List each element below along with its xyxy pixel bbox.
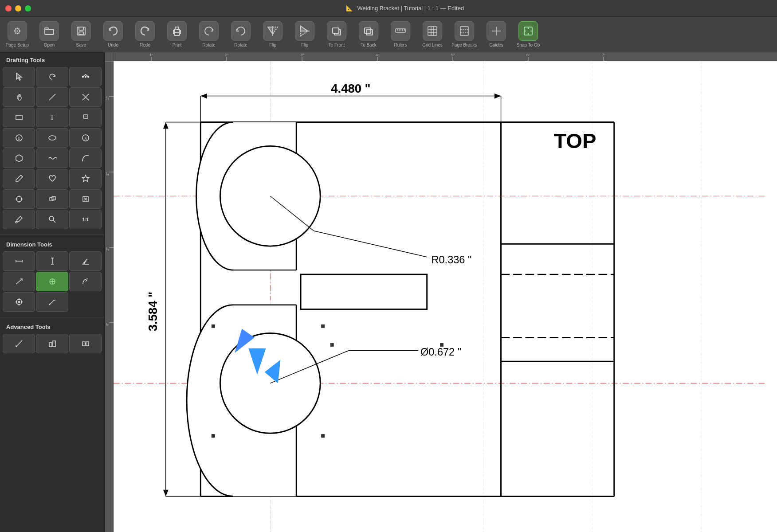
svg-rect-92 [53,341,55,347]
divider-2 [0,317,104,317]
svg-line-41 [49,94,55,100]
tool-object[interactable] [36,189,68,209]
tool-dim-vert[interactable] [36,251,68,271]
tool-adv-2[interactable] [36,334,68,353]
svg-line-80 [86,280,87,282]
tool-adv-3[interactable] [69,334,102,353]
rulers-icon [391,21,410,41]
tool-crosshair[interactable] [3,189,35,209]
guides-label: Guides [489,43,503,48]
guides-button[interactable]: Guides [481,20,512,50]
svg-rect-61 [52,196,55,200]
drawing-svg: 4.480 " 3.584 " TOP R0.336 " [114,61,777,532]
advanced-tools-title: Advanced Tools [0,319,104,333]
rotate-ccw-button[interactable]: Rotate [225,20,256,50]
svg-rect-94 [86,342,89,346]
page-setup-label: Page Setup [6,43,29,48]
open-button[interactable]: Open [34,20,65,50]
svg-rect-140 [212,325,215,328]
to-front-icon [327,21,346,41]
svg-marker-11 [301,31,308,36]
tool-rect[interactable] [3,108,35,127]
drafting-tools-grid: T P D [0,66,104,233]
tool-ellipse[interactable] [36,128,68,148]
svg-rect-2 [77,27,85,35]
svg-text:D: D [18,137,20,141]
close-button[interactable] [5,5,12,12]
tool-dim-horiz[interactable] [3,251,35,271]
svg-text:Ø0.672 ": Ø0.672 " [420,346,461,358]
maximize-button[interactable] [25,5,31,12]
svg-text:3": 3" [300,53,304,57]
tool-pencil[interactable] [3,169,35,188]
tool-scale[interactable]: 1:1 [69,210,102,229]
save-button[interactable]: Save [66,20,97,50]
tool-wave[interactable] [36,149,68,168]
tool-hand[interactable] [3,87,35,107]
tool-dim-align[interactable] [36,292,68,312]
svg-text:R: R [84,137,86,140]
tool-delete[interactable] [69,189,102,209]
tool-circle-r[interactable]: R [69,128,102,148]
svg-text:1": 1" [149,53,153,57]
tool-rotate[interactable] [36,67,68,86]
to-front-button[interactable]: To Front [321,20,352,50]
tool-dim-circle[interactable] [36,272,68,291]
canvas-area[interactable]: 1" 2" 3" 4" 5" 6" 7" 1" 2" [105,52,777,532]
print-button[interactable]: Print [161,20,192,50]
svg-rect-16 [366,30,373,35]
minimize-button[interactable] [15,5,21,12]
page-setup-button[interactable]: ⚙ Page Setup [2,20,33,50]
tool-dim-angle[interactable] [69,251,102,271]
ruler-corner [105,52,114,61]
svg-text:2": 2" [225,53,228,57]
svg-rect-91 [49,343,52,347]
flip-h-button[interactable]: Flip [257,20,288,50]
redo-button[interactable]: Redo [130,20,161,50]
tool-text[interactable]: T [36,108,68,127]
page-breaks-button[interactable]: Page Breaks [449,20,480,50]
tool-arc[interactable] [69,149,102,168]
svg-line-67 [53,220,55,223]
redo-label: Redo [140,43,150,48]
print-label: Print [173,43,182,48]
tool-pin[interactable]: P [69,108,102,127]
tool-connect[interactable] [69,87,102,107]
page-setup-icon: ⚙ [8,21,27,41]
print-icon [167,21,187,41]
svg-rect-170 [330,343,334,347]
svg-text:1": 1" [105,97,110,100]
redo-icon [135,21,155,41]
grid-lines-icon [423,21,442,41]
tool-eyedropper[interactable] [3,210,35,229]
tool-star[interactable] [69,169,102,188]
undo-button[interactable]: Undo [98,20,129,50]
open-label: Open [44,43,55,48]
tool-select[interactable] [3,67,35,86]
tool-points[interactable] [69,67,102,86]
main-layout: Drafting Tools [0,52,777,532]
tool-circle-d[interactable]: D [3,128,35,148]
svg-text:3": 3" [105,247,110,251]
ruler-top: 1" 2" 3" 4" 5" 6" 7" [114,52,777,61]
rotate-cw-button[interactable]: Rotate [193,20,224,50]
svg-rect-14 [333,28,339,33]
tool-zoom[interactable] [36,210,68,229]
to-back-button[interactable]: To Back [353,20,384,50]
drawing-surface[interactable]: 4.480 " 3.584 " TOP R0.336 " [114,61,777,532]
tool-adv-1[interactable] [3,334,35,353]
svg-text:5": 5" [451,53,455,57]
tool-heart[interactable] [36,169,68,188]
svg-text:TOP: TOP [553,129,596,153]
snap-button[interactable]: Snap To Ob [513,20,544,50]
svg-marker-8 [273,27,278,34]
rulers-button[interactable]: Rulers [385,20,416,50]
ruler-left: 1" 2" 3" 4" [105,61,114,532]
tool-dim-ref[interactable] [3,292,35,312]
tool-polygon[interactable] [3,149,35,168]
flip-v-button[interactable]: Flip [289,20,320,50]
tool-dim-leader[interactable] [3,272,35,291]
tool-dim-arc[interactable] [69,272,102,291]
grid-lines-button[interactable]: Grid Lines [417,20,448,50]
tool-line[interactable] [36,87,68,107]
